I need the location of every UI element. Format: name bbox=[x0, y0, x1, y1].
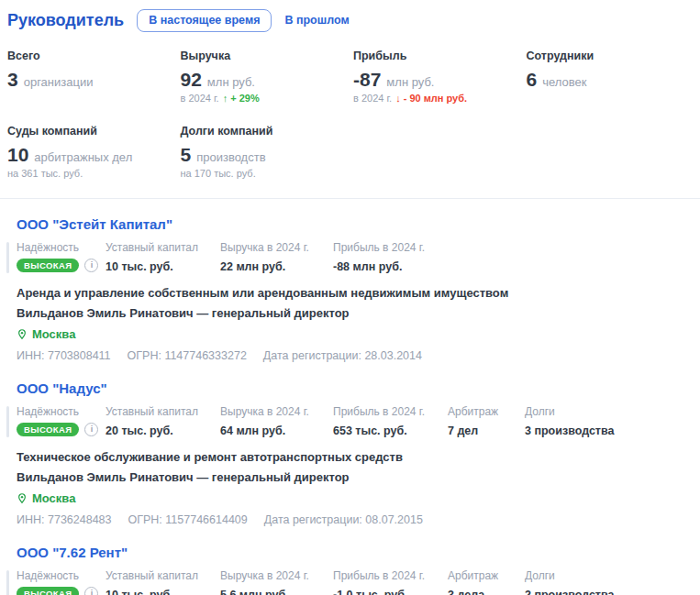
reliability-badge: ВЫСОКАЯ bbox=[17, 587, 79, 595]
column-label: Надёжность bbox=[17, 569, 106, 582]
city-label: Москва bbox=[32, 327, 75, 342]
stat-debts: Долги компаний 5 производств на 170 тыс.… bbox=[181, 125, 354, 180]
stat-sum: на 170 тыс. руб. bbox=[181, 168, 354, 180]
stat-label: Сотрудники bbox=[527, 50, 700, 63]
column-value: 653 тыс. руб. bbox=[333, 424, 448, 438]
company-location-link[interactable]: Москва bbox=[17, 491, 75, 506]
stat-value: 6 bbox=[527, 71, 538, 89]
reliability-badge: ВЫСОКАЯ bbox=[17, 259, 79, 273]
city-label: Москва bbox=[32, 491, 75, 506]
filter-past-link[interactable]: В прошлом bbox=[284, 14, 349, 27]
capital-column: Уставный капитал 20 тыс. руб. bbox=[106, 405, 220, 438]
profit-column: Прибыль в 2024 г. -88 млн руб. bbox=[333, 241, 448, 274]
arbitration-column: Арбитраж 7 дел bbox=[448, 405, 525, 438]
summary-row-2: Суды компаний 10 арбитражных дел на 361 … bbox=[7, 125, 693, 180]
revenue-column: Выручка в 2024 г. 22 млн руб. bbox=[220, 241, 333, 274]
column-label: Надёжность bbox=[17, 405, 106, 418]
stat-trend: в 2024 г. ↑ + 29% bbox=[181, 93, 354, 105]
stat-value: 5 bbox=[181, 146, 192, 164]
capital-column: Уставный капитал 10 тыс. руб. bbox=[106, 241, 220, 274]
stat-unit: человек bbox=[542, 75, 586, 89]
column-label: Прибыль в 2024 г. bbox=[333, 569, 448, 582]
company-name-link[interactable]: ООО "Надус" bbox=[17, 380, 107, 397]
company-meta: ИНН: 7703808411 ОГРН: 1147746333272 Дата… bbox=[17, 349, 693, 363]
column-value: -88 млн руб. bbox=[333, 260, 448, 274]
stat-value: -87 bbox=[353, 71, 381, 89]
company-name-link[interactable]: ООО "7.62 Рент" bbox=[17, 544, 128, 561]
debts-column: Долги 3 производства bbox=[525, 405, 693, 438]
column-label: Долги bbox=[525, 405, 693, 418]
inn-value: ИНН: 7703808411 bbox=[17, 349, 111, 363]
column-value: 22 млн руб. bbox=[220, 260, 333, 274]
stat-value-row: 92 млн руб. bbox=[181, 71, 354, 89]
stat-value-row: 10 арбитражных дел bbox=[7, 146, 181, 164]
reliability-value-row: ВЫСОКАЯ i bbox=[17, 587, 106, 595]
info-icon[interactable]: i bbox=[84, 423, 98, 436]
company-card: ООО "Эстейт Капитал" Надёжность ВЫСОКАЯ … bbox=[7, 215, 693, 363]
column-value: 3 дела bbox=[448, 589, 525, 595]
column-label: Надёжность bbox=[17, 241, 106, 254]
activity-text: Аренда и управление собственным или арен… bbox=[17, 286, 693, 301]
column-value: 64 млн руб. bbox=[220, 424, 333, 438]
inn-value: ИНН: 7736248483 bbox=[17, 513, 112, 527]
column-label: Уставный капитал bbox=[106, 569, 220, 582]
arbitration-column: Арбитраж 3 дела bbox=[448, 569, 525, 595]
stat-value-row: -87 млн руб. bbox=[353, 71, 527, 89]
column-value: 7 дел bbox=[448, 424, 525, 438]
column-value: -1,0 тыс. руб. bbox=[333, 589, 448, 595]
revenue-column: Выручка в 2024 г. 5,6 млн руб. bbox=[220, 569, 333, 595]
company-name-link[interactable]: ООО "Эстейт Капитал" bbox=[17, 215, 172, 233]
company-meta: ИНН: 7736248483 ОГРН: 1157746614409 Дата… bbox=[17, 513, 693, 527]
company-card: ООО "Надус" Надёжность ВЫСОКАЯ i Уставны… bbox=[7, 380, 693, 527]
stat-unit: млн руб. bbox=[386, 75, 434, 89]
info-icon[interactable]: i bbox=[84, 587, 98, 595]
ogrn-value: ОГРН: 1157746614409 bbox=[128, 513, 248, 527]
company-stats-row: Надёжность ВЫСОКАЯ i Уставный капитал 10… bbox=[17, 569, 693, 595]
stat-sum: на 361 тыс. руб. bbox=[7, 168, 181, 180]
summary-row-1: Всего 3 организации Выручка 92 млн руб. … bbox=[7, 50, 693, 105]
column-value: 2 производства bbox=[525, 589, 693, 595]
activity-text: Техническое обслуживание и ремонт автотр… bbox=[17, 450, 693, 465]
column-value: 20 тыс. руб. bbox=[106, 424, 220, 438]
info-icon[interactable]: i bbox=[84, 259, 98, 272]
column-label: Уставный капитал bbox=[106, 405, 220, 418]
stat-value: 10 bbox=[7, 146, 28, 164]
reg-date-value: Дата регистрации: 08.07.2015 bbox=[264, 513, 423, 527]
stat-value-row: 5 производств bbox=[181, 146, 354, 164]
column-value: 3 производства bbox=[525, 424, 693, 438]
company-stats-row: Надёжность ВЫСОКАЯ i Уставный капитал 10… bbox=[17, 241, 693, 274]
ogrn-value: ОГРН: 1147746333272 bbox=[128, 349, 247, 363]
stat-profit: Прибыль -87 млн руб. в 2024 г. ↓ - 90 мл… bbox=[353, 50, 527, 105]
stat-value-row: 6 человек bbox=[527, 71, 700, 89]
revenue-column: Выручка в 2024 г. 64 млн руб. bbox=[220, 405, 333, 438]
column-label: Прибыль в 2024 г. bbox=[333, 241, 448, 254]
ceo-companies-panel: Руководитель В настоящее время В прошлом… bbox=[0, 0, 700, 595]
column-value: 10 тыс. руб. bbox=[106, 260, 220, 274]
reliability-value-row: ВЫСОКАЯ i bbox=[17, 259, 106, 273]
person-text: Вильданов Эмиль Ринатович — генеральный … bbox=[17, 470, 693, 485]
stat-unit: организации bbox=[24, 75, 94, 89]
company-location-link[interactable]: Москва bbox=[17, 327, 75, 342]
stat-employees: Сотрудники 6 человек bbox=[527, 50, 700, 105]
column-label: Выручка в 2024 г. bbox=[220, 405, 333, 418]
column-value: 5,6 млн руб. bbox=[220, 589, 333, 595]
stat-total: Всего 3 организации bbox=[7, 50, 181, 105]
stat-value-row: 3 организации bbox=[7, 71, 181, 89]
stat-label: Выручка bbox=[181, 50, 354, 63]
filter-current-button[interactable]: В настоящее время bbox=[137, 9, 272, 32]
stat-unit: млн руб. bbox=[207, 75, 255, 89]
column-label: Арбитраж bbox=[448, 569, 525, 582]
column-label: Выручка в 2024 г. bbox=[220, 241, 333, 254]
column-label: Арбитраж bbox=[448, 405, 525, 418]
column-label: Уставный капитал bbox=[106, 241, 220, 254]
page-title: Руководитель bbox=[7, 10, 124, 30]
section-divider bbox=[0, 198, 700, 199]
stat-label: Прибыль bbox=[353, 50, 527, 63]
column-label: Выручка в 2024 г. bbox=[220, 569, 333, 582]
stat-revenue: Выручка 92 млн руб. в 2024 г. ↑ + 29% bbox=[181, 50, 354, 105]
reliability-column: Надёжность ВЫСОКАЯ i bbox=[17, 241, 106, 274]
reg-date-value: Дата регистрации: 28.03.2014 bbox=[263, 349, 422, 363]
stat-courts: Суды компаний 10 арбитражных дел на 361 … bbox=[7, 125, 181, 180]
profit-column: Прибыль в 2024 г. 653 тыс. руб. bbox=[333, 405, 448, 438]
company-stats-row: Надёжность ВЫСОКАЯ i Уставный капитал 20… bbox=[17, 405, 693, 438]
